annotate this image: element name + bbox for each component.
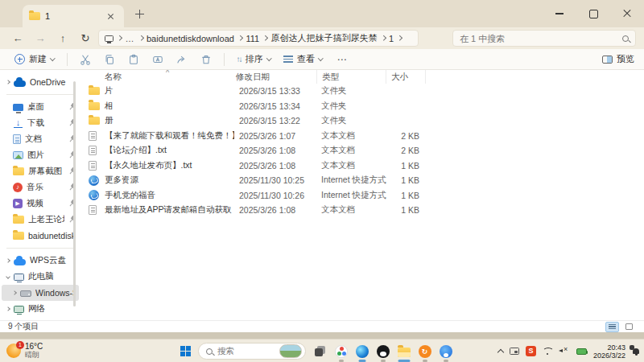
file-explorer-icon bbox=[398, 348, 411, 357]
sidebar-item-windows-ssd[interactable]: Windows-SSD bbox=[2, 285, 79, 301]
maximize-button[interactable] bbox=[576, 0, 610, 27]
hidden-icons-chevron[interactable] bbox=[497, 349, 504, 356]
paste-button[interactable] bbox=[123, 51, 144, 68]
table-row[interactable]: 手机党的福音 2025/11/30 10:26 Internet 快捷方式 1 … bbox=[87, 188, 644, 204]
start-button[interactable] bbox=[180, 346, 191, 356]
breadcrumb-segment[interactable]: 1 bbox=[389, 34, 394, 43]
up-button[interactable]: ↑ bbox=[53, 30, 72, 47]
taskbar-app-edge[interactable] bbox=[355, 344, 369, 358]
cut-button[interactable] bbox=[75, 51, 96, 68]
share-button[interactable] bbox=[171, 51, 192, 68]
file-name: 册 bbox=[103, 115, 234, 126]
preview-toggle[interactable]: 预览 bbox=[602, 53, 634, 65]
breadcrumb-segment[interactable]: 111 bbox=[246, 34, 259, 43]
refresh-button[interactable]: ↻ bbox=[76, 30, 95, 47]
sidebar-item-music[interactable]: ♪ 音乐 bbox=[2, 179, 79, 195]
details-view-button[interactable] bbox=[605, 322, 619, 332]
sidebar-item-screenshots[interactable]: 屏幕截图 bbox=[2, 163, 79, 179]
forward-button[interactable]: → bbox=[31, 30, 50, 47]
notification-bell-icon[interactable] bbox=[632, 348, 640, 356]
table-row[interactable]: 更多资源 2025/11/30 10:25 Internet 快捷方式 1 KB bbox=[87, 173, 644, 188]
breadcrumb-segment[interactable]: baidunetdiskdownload bbox=[147, 34, 234, 43]
expand-chevron-icon[interactable] bbox=[12, 290, 17, 295]
sidebar-item-documents[interactable]: 文档 bbox=[2, 131, 79, 147]
breadcrumb[interactable]: … baidunetdiskdownload 111 原创达人把妹子搞到尿失禁 … bbox=[98, 30, 419, 47]
file-name: 【永久地址发布页】.txt bbox=[103, 160, 234, 171]
collapse-chevron-icon[interactable] bbox=[6, 274, 10, 279]
task-view-icon bbox=[315, 346, 325, 356]
column-header-type[interactable]: 类型 bbox=[316, 70, 386, 84]
window-body: OneDrive 桌面 ↓ 下载 文档 图片 bbox=[0, 70, 644, 320]
wifi-icon[interactable] bbox=[543, 348, 552, 355]
sidebar-item-label: 此电脑 bbox=[28, 271, 76, 282]
back-button[interactable]: ← bbox=[8, 30, 27, 47]
sogou-input-icon[interactable]: S bbox=[526, 346, 536, 356]
large-icons-view-icon bbox=[625, 323, 633, 330]
this-pc-icon bbox=[14, 274, 24, 281]
explorer-search-box[interactable] bbox=[452, 30, 636, 47]
sidebar-item-pictures[interactable]: 图片 bbox=[2, 147, 79, 163]
breadcrumb-segment[interactable]: 原创达人把妹子搞到尿失禁 bbox=[271, 32, 378, 44]
delete-button[interactable] bbox=[196, 51, 217, 68]
copy-button[interactable] bbox=[99, 51, 120, 68]
taskbar-search[interactable]: 搜索 bbox=[198, 343, 306, 360]
sidebar-scrollbar[interactable] bbox=[73, 81, 76, 306]
column-header-date[interactable]: 修改日期 bbox=[234, 72, 316, 83]
quark-browser-icon bbox=[440, 345, 452, 358]
file-date: 2025/3/26 1:07 bbox=[234, 131, 316, 141]
explorer-tab[interactable]: 1 bbox=[23, 5, 124, 27]
taskbar-app-orange[interactable]: ↻ bbox=[418, 344, 431, 358]
minimize-button[interactable] bbox=[543, 0, 576, 27]
table-row[interactable]: 【来了就能下载和观看！纯免费！】.txt 2025/3/26 1:07 文本文档… bbox=[87, 129, 644, 144]
sort-button-label: 排序 bbox=[246, 53, 263, 65]
column-header-size[interactable]: 大小 bbox=[386, 70, 426, 84]
table-row[interactable]: 片 2026/3/15 13:33 文件夹 bbox=[87, 84, 644, 99]
expand-chevron-icon[interactable] bbox=[6, 80, 10, 84]
sidebar-item-baidunetdisk-folder[interactable]: baidunetdiskdo bbox=[2, 228, 79, 244]
view-button[interactable]: 查看 bbox=[279, 51, 328, 68]
table-row[interactable]: 【论坛介绍】.txt 2025/3/26 1:08 文本文档 2 KB bbox=[87, 143, 644, 158]
sidebar-item-forum-folder[interactable]: 上老王论坛当 bbox=[2, 212, 79, 228]
titlebar: 1 bbox=[0, 0, 644, 27]
breadcrumb-overflow[interactable]: … bbox=[126, 34, 135, 43]
chevron-right-icon bbox=[117, 35, 122, 40]
expand-chevron-icon[interactable] bbox=[6, 306, 10, 311]
weather-widget[interactable]: 1 16°C 晴朗 bbox=[6, 342, 43, 359]
rename-button[interactable] bbox=[147, 51, 168, 68]
sidebar-item-network[interactable]: 网络 bbox=[2, 301, 79, 317]
taskbar-clock[interactable]: 20:43 2026/3/22 bbox=[593, 343, 625, 360]
search-input[interactable] bbox=[460, 34, 622, 43]
sidebar-item-wps-cloud[interactable]: WPS云盘 bbox=[2, 253, 79, 269]
more-options-button[interactable]: ⋯ bbox=[331, 54, 354, 65]
table-row[interactable]: 【永久地址发布页】.txt 2025/3/26 1:08 文本文档 1 KB bbox=[87, 158, 644, 174]
taskbar-app-qq[interactable] bbox=[376, 344, 390, 358]
expand-chevron-icon[interactable] bbox=[6, 258, 10, 263]
file-type: 文件夹 bbox=[316, 101, 386, 112]
new-button-label: 新建 bbox=[29, 53, 47, 65]
sidebar-item-videos[interactable]: ▶ 视频 bbox=[2, 195, 79, 212]
battery-icon[interactable] bbox=[576, 348, 587, 355]
sidebar-item-downloads[interactable]: ↓ 下载 bbox=[2, 115, 79, 131]
sidebar-item-onedrive[interactable]: OneDrive bbox=[2, 74, 79, 90]
sidebar-divider bbox=[6, 248, 74, 249]
table-row[interactable]: 册 2026/3/15 13:22 文件夹 bbox=[87, 113, 644, 129]
volume-muted-icon[interactable] bbox=[559, 348, 570, 356]
new-button[interactable]: 新建 bbox=[10, 51, 60, 68]
sidebar-item-this-pc[interactable]: 此电脑 bbox=[2, 269, 79, 285]
table-row[interactable]: 相 2026/3/15 13:34 文件夹 bbox=[87, 99, 644, 114]
sidebar-item-desktop[interactable]: 桌面 bbox=[2, 99, 79, 115]
taskbar-app-quark[interactable] bbox=[439, 344, 452, 358]
drive-icon bbox=[20, 290, 31, 297]
large-icons-view-button[interactable] bbox=[622, 322, 636, 332]
tab-close-icon[interactable] bbox=[105, 10, 118, 23]
close-button[interactable] bbox=[610, 0, 644, 27]
new-tab-button[interactable] bbox=[134, 8, 147, 21]
file-type: 文本文档 bbox=[316, 145, 386, 156]
sort-button[interactable]: ↑↓ 排序 bbox=[232, 51, 276, 68]
taskbar-app-tricircle[interactable] bbox=[334, 344, 348, 358]
taskbar-app-explorer[interactable] bbox=[397, 344, 411, 358]
cast-icon[interactable] bbox=[510, 348, 519, 355]
table-row[interactable]: 最新地址及APP请发邮箱自动获取！！！.txt 2025/3/26 1:08 文… bbox=[87, 203, 644, 218]
task-view-button[interactable] bbox=[313, 344, 327, 358]
clock-time: 20:43 bbox=[593, 343, 625, 352]
